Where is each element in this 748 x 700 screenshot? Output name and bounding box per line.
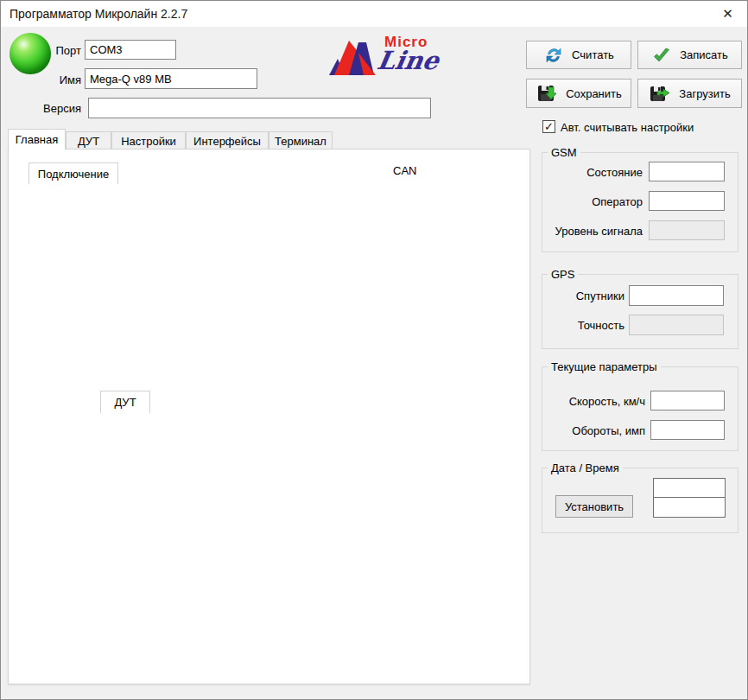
tab-dut-label: ДУТ [78, 135, 99, 148]
check-icon [651, 45, 672, 66]
auto-read-checkbox[interactable]: ✓ [542, 120, 555, 133]
gsm-state-label: Состояние [543, 166, 643, 179]
gps-accuracy-label: Точность [538, 319, 624, 332]
logo-line-text: Line [375, 46, 441, 75]
rpm-label: Обороты, имп [536, 424, 645, 437]
write-button[interactable]: Записать [637, 41, 742, 69]
gsm-signal-field [649, 220, 725, 240]
write-button-label: Записать [680, 48, 728, 61]
close-button[interactable]: ✕ [708, 1, 747, 27]
load-button-label: Загрузить [679, 87, 730, 100]
version-field[interactable] [88, 98, 431, 118]
tab-dut-inner-label: ДУТ [114, 396, 136, 409]
tab-dut-inner[interactable]: ДУТ [100, 391, 150, 413]
date-field[interactable] [654, 479, 725, 498]
sync-icon [543, 45, 564, 66]
tab-interfaces[interactable]: Интерфейсы [186, 131, 269, 150]
read-button[interactable]: Считать [526, 41, 631, 69]
gsm-signal-label: Уровень сигнала [543, 225, 643, 238]
checkbox-check-icon: ✓ [544, 121, 554, 132]
save-button[interactable]: Сохранить [526, 79, 631, 108]
gsm-state-field[interactable] [649, 162, 725, 181]
floppy-load-icon [649, 82, 671, 105]
datetime-group-title: Дата / Время [548, 461, 623, 474]
tab-connection[interactable]: Подключение [29, 162, 118, 184]
gps-group-title: GPS [548, 268, 578, 281]
tab-terminal-label: Терминал [275, 135, 326, 148]
load-button[interactable]: Загрузить [637, 79, 742, 108]
auto-read-label: Авт. считывать настройки [561, 121, 694, 134]
port-label: Порт [35, 44, 81, 57]
set-datetime-button[interactable]: Установить [555, 495, 633, 518]
gsm-group-title: GSM [548, 146, 580, 159]
can-group-title: CAN [390, 164, 420, 177]
floppy-save-icon [536, 82, 558, 105]
set-datetime-label: Установить [565, 500, 624, 513]
tab-main-label: Главная [16, 133, 58, 146]
time-field[interactable] [654, 498, 725, 517]
tab-terminal[interactable]: Терминал [269, 131, 333, 150]
port-field[interactable] [85, 40, 176, 60]
name-label: Имя [35, 73, 81, 86]
read-button-label: Считать [572, 48, 614, 61]
microline-logo: Micro Line [326, 32, 472, 80]
current-params-title: Текущие параметры [548, 360, 661, 373]
gps-satellites-field[interactable] [629, 285, 724, 306]
tab-settings[interactable]: Настройки [111, 131, 186, 150]
close-icon: ✕ [722, 6, 733, 22]
tab-main[interactable]: Главная [8, 129, 66, 150]
tab-settings-label: Настройки [121, 135, 176, 148]
device-name-field[interactable] [85, 68, 257, 89]
gsm-operator-field[interactable] [649, 191, 725, 211]
gps-satellites-label: Спутники [538, 290, 624, 302]
window-title: Программатор Микролайн 2.2.7 [10, 7, 187, 21]
rpm-field[interactable] [650, 420, 725, 440]
tab-dut[interactable]: ДУТ [66, 131, 111, 150]
logo-triangles-icon [326, 35, 379, 79]
main-tab-page [8, 149, 530, 684]
app-window: Программатор Микролайн 2.2.7 ✕ Порт Имя … [0, 0, 748, 700]
datetime-fields [653, 478, 726, 518]
gps-accuracy-field [629, 315, 724, 335]
speed-field[interactable] [650, 391, 725, 410]
gsm-operator-label: Оператор [543, 195, 643, 208]
speed-label: Скорость, км/ч [536, 395, 645, 408]
tab-interfaces-label: Интерфейсы [193, 135, 261, 148]
save-button-label: Сохранить [566, 87, 622, 100]
tab-connection-label: Подключение [38, 168, 109, 181]
version-label: Версия [27, 102, 81, 115]
